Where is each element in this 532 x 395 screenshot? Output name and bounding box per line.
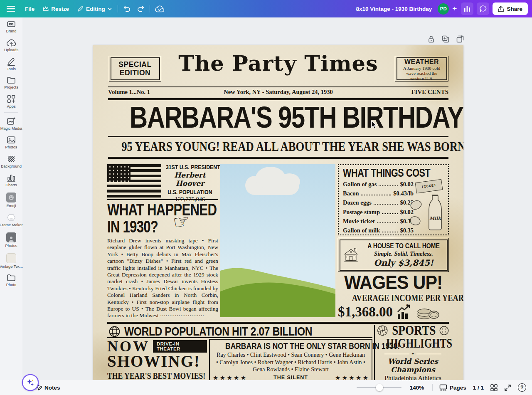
flag-canton	[107, 164, 131, 182]
wages-subtitle[interactable]: AVERAGE INCOME PER YEAR	[338, 293, 449, 304]
comments-button[interactable]	[477, 2, 489, 15]
baseball-icon	[439, 325, 449, 336]
zoom-level[interactable]: 140%	[408, 385, 426, 391]
info-row: Volume 1...No. 1 New York, NY - Saturday…	[108, 89, 448, 96]
placeholder-landscape-image[interactable]	[220, 164, 335, 317]
sidebar-item-photo-folder[interactable]: Photo	[0, 271, 22, 289]
duplicate-page-icon[interactable]	[442, 35, 449, 43]
sidebar-item-charts[interactable]: Charts	[0, 171, 22, 190]
now-showing-block[interactable]: NOW DRIVE-IN THEATER SHOWING! THE YEAR'S…	[107, 339, 207, 381]
milk-bottle-illustration: Milk	[426, 194, 444, 232]
events-1930-text[interactable]: Richard Drew invents masking tape • Firs…	[107, 237, 218, 319]
background-pattern-icon	[7, 155, 16, 163]
sidebar-item-brand[interactable]: Brand	[0, 17, 22, 36]
world-population-row[interactable]: WORLD POPULATION HIT 2.07 BILLION	[109, 324, 372, 338]
sidebar-item-apps[interactable]: Apps	[0, 92, 22, 111]
status-bar: Notes 140% Pages 1 / 1 ?	[0, 380, 532, 395]
wages-title[interactable]: WAGES UP!	[338, 273, 449, 292]
sidebar-label: Projects	[4, 85, 18, 89]
house-box[interactable]: A HOUSE TO CALL HOME Simple. Solid. Time…	[338, 238, 449, 272]
share-button[interactable]: Share	[493, 2, 528, 15]
pages-button[interactable]: Pages	[439, 384, 466, 391]
fullscreen-icon[interactable]	[504, 384, 511, 391]
avatar[interactable]: PD	[438, 3, 449, 15]
sidebar-item-background[interactable]: Background	[0, 152, 22, 171]
what-things-cost-box[interactable]: WHAT THINGS COST $ Gallon of gas$0.02 Ba…	[338, 164, 449, 235]
price-label[interactable]: FIVE CENTS	[357, 89, 448, 96]
us-flag-illustration[interactable]	[107, 164, 161, 198]
pages-icon	[439, 384, 447, 391]
vintage-texture-thumbnail	[6, 253, 16, 263]
coins-illustration	[416, 304, 440, 320]
charts-icon	[7, 174, 16, 182]
house-tagline: Simple. Solid. Timeless.	[361, 250, 446, 257]
stars-born-box[interactable]: BARBARA IS NOT THE ONLY STAR BORN IN 193…	[209, 339, 372, 381]
sidebar-label: Photos	[5, 145, 17, 149]
share-label: Share	[507, 6, 522, 12]
emoji-thumbnail	[6, 193, 16, 202]
zoom-slider-thumb[interactable]	[376, 384, 383, 391]
svg-text:$: $	[406, 304, 408, 308]
sidebar-item-vintage-texture[interactable]: Vintage Tex...	[0, 250, 22, 271]
president-block[interactable]: 31ST U.S. PRESIDENT Herbert Hoover U.S. …	[162, 164, 218, 203]
sidebar-item-frame-maker[interactable]: Frame Maker	[0, 210, 22, 230]
design-canvas-page[interactable]: SPECIAL EDITION The Party Times WEATHER …	[93, 45, 463, 381]
wages-amount-row[interactable]: $1,368.00 $	[338, 304, 449, 320]
president-name: Herbert Hoover	[162, 171, 218, 188]
sidebar-item-projects[interactable]: Projects	[0, 74, 22, 92]
zoom-slider[interactable]	[357, 387, 401, 388]
notes-button[interactable]: Notes	[35, 385, 60, 391]
globe-icon	[109, 326, 120, 337]
volume-label[interactable]: Volume 1...No. 1	[108, 89, 200, 96]
eggs-illustration	[409, 198, 423, 228]
subheadline[interactable]: 95 YEARS YOUNG! READ ALL ABOUT THE YEAR …	[93, 137, 463, 156]
lock-icon[interactable]	[428, 35, 434, 43]
design-title[interactable]: 8x10 Vintage - 1930 Birthday	[356, 6, 432, 12]
undo-button[interactable]	[120, 0, 134, 17]
resize-button[interactable]: Resize	[39, 0, 73, 17]
crown-icon	[43, 6, 49, 11]
add-page-icon[interactable]	[456, 35, 464, 43]
file-menu[interactable]: File	[21, 0, 39, 17]
main-menu-button[interactable]	[0, 0, 21, 17]
redo-button[interactable]	[134, 0, 148, 17]
sidebar-label: Brand	[6, 29, 17, 33]
rule	[107, 199, 218, 200]
sidebar-item-emoji[interactable]: Emoji	[0, 190, 22, 210]
house-price: Only $3,845!	[361, 258, 446, 268]
headline[interactable]: BARBARA'S 95TH BIRTHDAY	[93, 99, 463, 135]
editing-mode-dropdown[interactable]: Editing	[73, 0, 116, 17]
sidebar-item-uploads[interactable]: Uploads	[0, 36, 22, 54]
sports-highlights-block[interactable]: SPORTS HIGHLIGHTS ✦ World Series Champio…	[377, 323, 449, 381]
sidebar-item-tools[interactable]: Tools	[0, 54, 22, 74]
hills-shape	[220, 259, 335, 317]
dateline[interactable]: New York, NY - Saturday, August 24, 1930	[200, 89, 357, 96]
drive-in-badge: DRIVE-IN THEATER	[153, 340, 207, 353]
sparkle-icon	[26, 378, 34, 387]
house-title: A HOUSE TO CALL HOME	[361, 242, 446, 250]
sidebar-item-photos[interactable]: Photos	[0, 133, 22, 152]
grid-view-icon[interactable]	[490, 384, 498, 391]
page-controls	[428, 34, 464, 44]
cloud-save-status[interactable]	[152, 0, 167, 17]
toolbar-divider	[118, 5, 118, 12]
cost-row: Dozen eggs$0.25	[343, 199, 414, 206]
apps-grid-icon	[7, 95, 15, 103]
folder-icon	[7, 274, 16, 281]
left-sidebar: Brand Uploads Tools Projects Apps Magic …	[0, 17, 22, 395]
toolbar-divider	[150, 5, 150, 12]
sidebar-item-magic-media[interactable]: Magic Media	[0, 114, 22, 133]
weather-box[interactable]: WEATHER A January 1930 cold wave reached…	[395, 56, 448, 81]
insights-button[interactable]	[461, 2, 473, 15]
comment-bubble-icon	[480, 5, 487, 12]
sidebar-item-photos-thumb[interactable]: Photos	[0, 230, 22, 250]
growth-chart-icon: $	[396, 304, 413, 320]
pages-label: Pages	[450, 385, 466, 391]
statusbar-divider	[432, 384, 433, 391]
add-member-button[interactable]: +	[451, 0, 461, 17]
bar-chart-icon	[464, 6, 470, 12]
rule	[108, 86, 448, 87]
help-button[interactable]: ?	[518, 383, 526, 392]
cost-row: Gallon of milk$0.35	[343, 227, 414, 234]
assistant-button[interactable]	[23, 375, 38, 390]
